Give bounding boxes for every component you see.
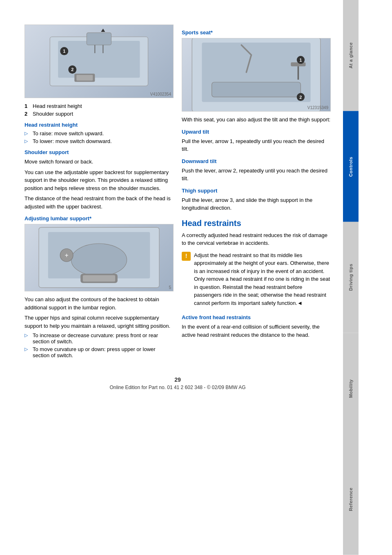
left-column: 1 2 V41002354 1 Head restraint height 2 xyxy=(24,25,174,360)
sidebar-label-driving-tips: Driving tips xyxy=(348,264,353,291)
downward-tilt-heading: Downward tilt xyxy=(182,158,331,164)
sports-intro: With this seat, you can also adjust the … xyxy=(182,116,331,124)
warning-box: ! Adjust the head restraint so that its … xyxy=(182,251,331,310)
svg-text:+: + xyxy=(65,252,68,259)
thigh-support-body: Pull the lever, arrow 3, and slide the t… xyxy=(182,196,331,212)
arrow-icon-2: ▷ xyxy=(24,139,29,144)
arrow-icon-3: ▷ xyxy=(24,333,29,345)
shoulder-body2: You can use the adjustable upper backres… xyxy=(24,168,174,192)
bullet-raise: ▷ To raise: move switch upward. xyxy=(24,130,174,137)
svg-rect-21 xyxy=(212,82,301,97)
arrow-icon-4: ▷ xyxy=(24,347,29,358)
bullet-lower: ▷ To lower: move switch downward. xyxy=(24,138,174,144)
downward-tilt-body: Push the lever, arrow 2, repeatedly unti… xyxy=(182,167,331,183)
sidebar-label-mobility: Mobility xyxy=(348,379,353,398)
item-label-2: Shoulder support xyxy=(33,111,73,117)
head-restraint-heading: Head restraint height xyxy=(24,122,174,128)
shoulder-body1: Move switch forward or back. xyxy=(24,158,174,166)
lumbar-heading: Adjusting lumbar support* xyxy=(24,215,174,222)
warning-icon: ! xyxy=(182,252,191,261)
lumbar-body1: You can also adjust the contours of the … xyxy=(24,295,174,311)
svg-text:1: 1 xyxy=(299,58,302,63)
lumbar-image: + 5 xyxy=(24,224,174,291)
right-column: Sports seat* 1 2 xyxy=(182,25,331,360)
thigh-support-heading: Thigh support xyxy=(182,188,331,194)
page-number: 29 xyxy=(24,376,331,383)
warning-text: Adjust the head restraint so that its mi… xyxy=(194,251,331,307)
sports-seat-image: 1 2 V12315349 xyxy=(182,38,331,112)
shoulder-heading: Shoulder support xyxy=(24,149,174,155)
sidebar-tab-mobility[interactable]: Mobility xyxy=(343,333,359,444)
image-label-lumbar: 5 xyxy=(169,285,171,290)
sidebar-tab-driving-tips[interactable]: Driving tips xyxy=(343,222,359,333)
svg-text:2: 2 xyxy=(71,67,74,72)
svg-rect-16 xyxy=(83,275,115,282)
copyright-text: Online Edition for Part no. 01 41 2 602 … xyxy=(24,385,331,390)
bullet-curvature: ▷ To increase or decrease curvature: pre… xyxy=(24,332,174,345)
head-restraint-image: 1 2 V41002354 xyxy=(24,25,174,98)
upward-tilt-body: Pull the lever, arrow 1, repeatedly unti… xyxy=(182,137,331,153)
sidebar-label-reference: Reference xyxy=(348,488,353,511)
head-restraints-body: A correctly adjusted head restraint redu… xyxy=(182,231,331,247)
shoulder-body3: The distance of the head restraint from … xyxy=(24,195,174,210)
item-number-2: 2 xyxy=(24,111,30,117)
sidebar-label-at-a-glance: At a glance xyxy=(348,43,353,69)
bullet-move-curvature: ▷ To move curvature up or down: press up… xyxy=(24,346,174,358)
sidebar-tab-at-a-glance[interactable]: At a glance xyxy=(343,0,359,111)
numbered-item-2: 2 Shoulder support xyxy=(24,111,174,117)
numbered-item-1: 1 Head restraint height xyxy=(24,103,174,109)
svg-point-14 xyxy=(71,244,127,276)
sidebar: At a glance Controls Driving tips Mobili… xyxy=(343,0,359,555)
svg-text:2: 2 xyxy=(299,95,302,100)
active-head-restraints-heading: Active front head restraints xyxy=(182,314,331,320)
sidebar-label-controls: Controls xyxy=(348,157,353,177)
image-label-left: V41002354 xyxy=(150,92,171,96)
image-label-sports: V12315349 xyxy=(307,105,328,110)
active-head-restraints-body: In the event of a rear-end collision of … xyxy=(182,323,331,339)
arrow-icon-1: ▷ xyxy=(24,131,29,137)
main-content: 1 2 V41002354 1 Head restraint height 2 xyxy=(0,0,343,555)
sports-seat-heading: Sports seat* xyxy=(182,29,331,36)
item-number-1: 1 xyxy=(24,103,30,109)
page-footer: 29 Online Edition for Part no. 01 41 2 6… xyxy=(24,372,331,394)
svg-text:1: 1 xyxy=(63,49,65,54)
svg-rect-11 xyxy=(76,75,93,81)
svg-rect-2 xyxy=(87,33,111,45)
bullet-curvature-text: To increase or decrease curvature: press… xyxy=(33,332,174,345)
head-restraints-large-heading: Head restraints xyxy=(182,219,331,228)
bullet-move-curvature-text: To move curvature up or down: press uppe… xyxy=(33,346,174,358)
bullet-raise-text: To raise: move switch upward. xyxy=(33,130,104,137)
lumbar-body2: The upper hips and spinal column receive… xyxy=(24,314,174,330)
sidebar-tab-reference[interactable]: Reference xyxy=(343,444,359,555)
sidebar-tab-controls[interactable]: Controls xyxy=(343,111,359,222)
svg-marker-5 xyxy=(101,29,105,32)
item-label-1: Head restraint height xyxy=(33,103,82,109)
upward-tilt-heading: Upward tilt xyxy=(182,129,331,135)
bullet-lower-text: To lower: move switch downward. xyxy=(33,138,112,144)
